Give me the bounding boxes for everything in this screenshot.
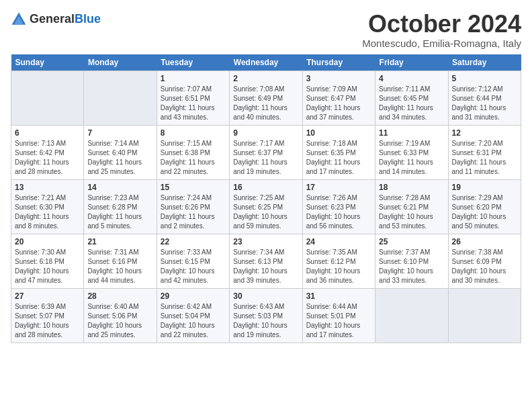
day-number: 2 [233,74,298,83]
calendar-cell: 10Sunrise: 7:18 AM Sunset: 6:35 PM Dayli… [302,125,375,179]
day-info: Sunrise: 7:15 AM Sunset: 6:38 PM Dayligh… [161,139,226,177]
calendar-cell: 17Sunrise: 7:26 AM Sunset: 6:23 PM Dayli… [302,179,375,234]
day-number: 3 [306,74,371,83]
calendar-cell [11,71,84,125]
calendar-cell: 30Sunrise: 6:43 AM Sunset: 5:03 PM Dayli… [230,288,302,342]
day-info: Sunrise: 7:09 AM Sunset: 6:47 PM Dayligh… [306,85,371,122]
day-number: 21 [87,237,152,246]
day-info: Sunrise: 7:23 AM Sunset: 6:28 PM Dayligh… [87,193,152,231]
day-number: 27 [15,291,80,301]
day-info: Sunrise: 7:18 AM Sunset: 6:35 PM Dayligh… [306,139,371,177]
day-number: 5 [452,74,517,83]
page-header: GeneralBlue October 2024 Montescudo, Emi… [11,11,521,49]
calendar-header-row: SundayMondayTuesdayWednesdayThursdayFrid… [11,54,521,71]
day-number: 15 [161,183,226,192]
day-number: 31 [306,291,371,301]
calendar-cell: 1Sunrise: 7:07 AM Sunset: 6:51 PM Daylig… [157,71,229,125]
calendar-week-row: 1Sunrise: 7:07 AM Sunset: 6:51 PM Daylig… [11,71,521,125]
day-info: Sunrise: 7:25 AM Sunset: 6:25 PM Dayligh… [233,193,298,231]
day-header-friday: Friday [375,54,448,71]
day-info: Sunrise: 7:31 AM Sunset: 6:16 PM Dayligh… [87,248,152,285]
calendar-cell: 7Sunrise: 7:14 AM Sunset: 6:40 PM Daylig… [84,125,157,179]
calendar-cell: 18Sunrise: 7:28 AM Sunset: 6:21 PM Dayli… [375,179,448,234]
calendar-week-row: 6Sunrise: 7:13 AM Sunset: 6:42 PM Daylig… [11,125,521,179]
calendar-cell: 21Sunrise: 7:31 AM Sunset: 6:16 PM Dayli… [84,234,157,288]
day-number: 23 [233,237,298,246]
calendar-cell: 27Sunrise: 6:39 AM Sunset: 5:07 PM Dayli… [11,288,84,342]
calendar-cell [448,288,521,342]
calendar-cell: 14Sunrise: 7:23 AM Sunset: 6:28 PM Dayli… [84,179,157,234]
day-header-monday: Monday [84,54,157,71]
day-info: Sunrise: 7:35 AM Sunset: 6:12 PM Dayligh… [306,248,371,285]
day-number: 1 [161,74,226,83]
day-number: 17 [306,183,371,192]
calendar-cell: 5Sunrise: 7:12 AM Sunset: 6:44 PM Daylig… [448,71,521,125]
day-number: 26 [452,237,517,246]
logo: GeneralBlue [11,11,101,27]
logo-icon [11,11,27,27]
calendar-cell: 6Sunrise: 7:13 AM Sunset: 6:42 PM Daylig… [11,125,84,179]
calendar-cell: 31Sunrise: 6:44 AM Sunset: 5:01 PM Dayli… [302,288,375,342]
calendar-cell: 2Sunrise: 7:08 AM Sunset: 6:49 PM Daylig… [230,71,302,125]
day-number: 10 [306,128,371,138]
day-number: 22 [161,237,226,246]
calendar-cell [375,288,448,342]
day-info: Sunrise: 7:20 AM Sunset: 6:31 PM Dayligh… [452,139,517,177]
calendar-cell: 24Sunrise: 7:35 AM Sunset: 6:12 PM Dayli… [302,234,375,288]
calendar-cell: 28Sunrise: 6:40 AM Sunset: 5:06 PM Dayli… [84,288,157,342]
day-info: Sunrise: 7:11 AM Sunset: 6:45 PM Dayligh… [379,85,444,122]
day-number: 18 [379,183,444,192]
day-number: 11 [379,128,444,138]
day-number: 9 [233,128,298,138]
day-info: Sunrise: 7:17 AM Sunset: 6:37 PM Dayligh… [233,139,298,177]
calendar-cell: 25Sunrise: 7:37 AM Sunset: 6:10 PM Dayli… [375,234,448,288]
day-info: Sunrise: 7:28 AM Sunset: 6:21 PM Dayligh… [379,193,444,231]
day-info: Sunrise: 6:42 AM Sunset: 5:04 PM Dayligh… [161,302,226,340]
day-info: Sunrise: 7:24 AM Sunset: 6:26 PM Dayligh… [161,193,226,231]
day-header-thursday: Thursday [302,54,375,71]
day-info: Sunrise: 7:14 AM Sunset: 6:40 PM Dayligh… [87,139,152,177]
calendar-cell: 16Sunrise: 7:25 AM Sunset: 6:25 PM Dayli… [230,179,302,234]
day-info: Sunrise: 7:34 AM Sunset: 6:13 PM Dayligh… [233,248,298,285]
day-info: Sunrise: 6:44 AM Sunset: 5:01 PM Dayligh… [306,302,371,340]
day-info: Sunrise: 7:13 AM Sunset: 6:42 PM Dayligh… [15,139,80,177]
day-header-saturday: Saturday [448,54,521,71]
day-number: 7 [87,128,152,138]
day-number: 16 [233,183,298,192]
title-block: October 2024 Montescudo, Emilia-Romagna,… [362,11,521,49]
logo-text-blue: Blue [75,12,101,26]
calendar-table: SundayMondayTuesdayWednesdayThursdayFrid… [11,54,521,343]
day-info: Sunrise: 7:21 AM Sunset: 6:30 PM Dayligh… [15,193,80,231]
calendar-week-row: 20Sunrise: 7:30 AM Sunset: 6:18 PM Dayli… [11,234,521,288]
calendar-cell: 12Sunrise: 7:20 AM Sunset: 6:31 PM Dayli… [448,125,521,179]
day-number: 24 [306,237,371,246]
logo-text-general: General [30,12,75,26]
day-number: 8 [161,128,226,138]
day-number: 25 [379,237,444,246]
day-number: 14 [87,183,152,192]
day-number: 29 [161,291,226,301]
day-number: 12 [452,128,517,138]
day-info: Sunrise: 7:29 AM Sunset: 6:20 PM Dayligh… [452,193,517,231]
calendar-cell: 29Sunrise: 6:42 AM Sunset: 5:04 PM Dayli… [157,288,229,342]
calendar-cell: 19Sunrise: 7:29 AM Sunset: 6:20 PM Dayli… [448,179,521,234]
calendar-week-row: 13Sunrise: 7:21 AM Sunset: 6:30 PM Dayli… [11,179,521,234]
day-info: Sunrise: 7:37 AM Sunset: 6:10 PM Dayligh… [379,248,444,285]
day-info: Sunrise: 7:12 AM Sunset: 6:44 PM Dayligh… [452,85,517,122]
day-info: Sunrise: 7:33 AM Sunset: 6:15 PM Dayligh… [161,248,226,285]
location-title: Montescudo, Emilia-Romagna, Italy [362,38,521,49]
day-number: 30 [233,291,298,301]
day-info: Sunrise: 7:30 AM Sunset: 6:18 PM Dayligh… [15,248,80,285]
calendar-cell: 15Sunrise: 7:24 AM Sunset: 6:26 PM Dayli… [157,179,229,234]
day-header-sunday: Sunday [11,54,84,71]
day-header-wednesday: Wednesday [230,54,302,71]
calendar-cell: 3Sunrise: 7:09 AM Sunset: 6:47 PM Daylig… [302,71,375,125]
day-info: Sunrise: 7:26 AM Sunset: 6:23 PM Dayligh… [306,193,371,231]
calendar-cell: 20Sunrise: 7:30 AM Sunset: 6:18 PM Dayli… [11,234,84,288]
calendar-cell: 4Sunrise: 7:11 AM Sunset: 6:45 PM Daylig… [375,71,448,125]
day-info: Sunrise: 7:08 AM Sunset: 6:49 PM Dayligh… [233,85,298,122]
day-number: 13 [15,183,80,192]
day-info: Sunrise: 7:38 AM Sunset: 6:09 PM Dayligh… [452,248,517,285]
day-number: 6 [15,128,80,138]
day-info: Sunrise: 6:39 AM Sunset: 5:07 PM Dayligh… [15,302,80,340]
